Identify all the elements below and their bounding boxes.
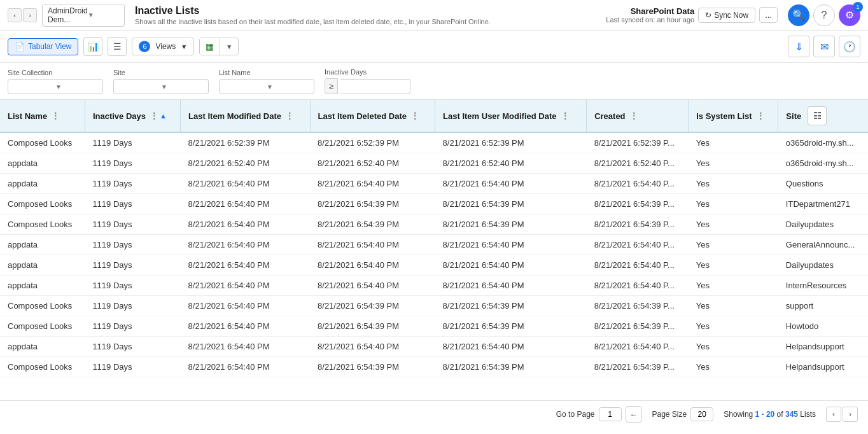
col-settings-icon[interactable]: ☷	[808, 106, 827, 125]
col-inactive-days-label: Inactive Days	[93, 111, 146, 121]
table-row: appdata1119 Days8/21/2021 6:54:40 PM8/21…	[0, 174, 868, 194]
site-collection-arrow: ▼	[55, 83, 97, 90]
site-collection-filter: Site Collection ▼	[8, 69, 103, 94]
col-last-modified-dots[interactable]: ⋮	[285, 111, 294, 121]
search-button[interactable]: 🔍	[788, 4, 809, 26]
table-cell: 8/21/2021 6:54:40 PM	[435, 255, 587, 276]
col-inactive-days-dots[interactable]: ⋮	[150, 111, 158, 121]
page-title-section: Inactive Lists Shows all the inactive li…	[135, 5, 606, 25]
table-cell: Yes	[689, 153, 778, 174]
views-button[interactable]: 6 Views ▼	[132, 38, 194, 55]
nav-back-button[interactable]: ‹	[8, 8, 22, 22]
table-cell: Yes	[689, 235, 778, 255]
table-cell: 8/21/2021 6:54:39 PM	[310, 194, 435, 214]
table-cell: 8/21/2021 6:54:40 PM	[181, 296, 310, 316]
tenant-name: AdminDroid Dem...	[48, 6, 88, 24]
filter-icon-button[interactable]: ▦	[200, 38, 220, 55]
col-is-system-dots[interactable]: ⋮	[756, 111, 765, 121]
col-is-system-menu: Is System List ⋮	[696, 111, 764, 121]
table-cell: Composed Looks	[0, 296, 85, 316]
more-options-button[interactable]: ...	[759, 7, 778, 23]
col-list-name-label: List Name	[8, 111, 47, 121]
table-cell: Helpandsupport	[778, 337, 868, 357]
table-cell: 8/21/2021 6:54:40 PM	[310, 276, 435, 296]
table-cell: InternResources	[778, 276, 868, 296]
notification-button[interactable]: ⚙ 1	[839, 4, 860, 26]
col-site: Site ☷	[778, 100, 868, 132]
page-size-input[interactable]	[690, 407, 713, 421]
views-count-badge: 6	[139, 41, 150, 52]
table-cell: 8/21/2021 6:54:39 PM	[435, 296, 587, 316]
table-cell: appdata	[0, 235, 85, 255]
filter-dropdown-button[interactable]: ▼	[220, 40, 238, 53]
table-cell: Howtodo	[778, 316, 868, 337]
filter-bar: Site Collection ▼ Site ▼ List Name ▼ Ina…	[0, 63, 868, 100]
next-page-button[interactable]: ›	[843, 407, 858, 422]
nav-forward-button[interactable]: ›	[23, 8, 37, 22]
inactive-days-filter: Inactive Days ≥	[325, 68, 420, 94]
site-collection-select[interactable]: ▼	[8, 79, 103, 94]
tabular-view-tab[interactable]: 📄 Tabular View	[8, 38, 78, 55]
table-cell: 8/21/2021 6:54:40 P...	[587, 174, 689, 194]
site-collection-label: Site Collection	[8, 69, 103, 76]
table-row: Composed Looks1119 Days8/21/2021 6:54:40…	[0, 316, 868, 337]
table-cell: Composed Looks	[0, 194, 85, 214]
sync-now-button[interactable]: ↻ Sync Now	[698, 8, 755, 23]
sharepoint-data-title: SharePoint Data	[606, 6, 694, 16]
table-cell: 8/21/2021 6:54:39 P...	[587, 194, 689, 214]
go-to-page-section: Go to Page ←	[556, 406, 642, 423]
last-synced-text: Last synced on: an hour ago	[606, 16, 694, 24]
table-cell: 8/21/2021 6:54:39 P...	[587, 214, 689, 235]
table-cell: 1119 Days	[85, 132, 180, 153]
pager-arrows: ‹ ›	[826, 407, 858, 422]
table-cell: 8/21/2021 6:54:39 P...	[587, 357, 689, 377]
table-cell: 8/21/2021 6:54:40 PM	[435, 337, 587, 357]
table-cell: 1119 Days	[85, 316, 180, 337]
table-cell: 8/21/2021 6:54:40 P...	[587, 235, 689, 255]
email-button[interactable]: ✉	[813, 36, 835, 57]
sync-now-label: Sync Now	[714, 11, 748, 20]
summary-view-button[interactable]: ☰	[108, 37, 127, 56]
page-input[interactable]	[599, 407, 622, 421]
list-name-value	[225, 82, 267, 91]
help-button[interactable]: ?	[813, 4, 835, 26]
list-name-arrow: ▼	[267, 83, 309, 90]
table-cell: Yes	[689, 296, 778, 316]
site-collection-value	[13, 82, 55, 91]
inactive-days-input-group: ≥	[325, 78, 420, 94]
table-cell: 8/21/2021 6:52:39 P...	[587, 132, 689, 153]
table-cell: 8/21/2021 6:52:39 PM	[181, 132, 310, 153]
tabular-view-icon: 📄	[15, 42, 25, 52]
tenant-selector[interactable]: AdminDroid Dem... ▼	[42, 4, 125, 27]
col-list-name-menu: List Name ⋮	[8, 111, 60, 121]
chart-view-button[interactable]: 📊	[83, 37, 102, 56]
table-cell: 8/21/2021 6:54:40 PM	[435, 174, 587, 194]
table-cell: Yes	[689, 214, 778, 235]
page-go-button[interactable]: ←	[626, 406, 642, 423]
page-size-section: Page Size	[652, 407, 714, 421]
col-last-deleted: Last Item Deleted Date ⋮	[310, 100, 435, 132]
table-cell: 8/21/2021 6:52:40 PM	[181, 153, 310, 174]
list-name-select[interactable]: ▼	[219, 79, 314, 94]
col-last-user-modified-dots[interactable]: ⋮	[561, 111, 570, 121]
prev-page-button[interactable]: ‹	[826, 407, 841, 422]
table-cell: 8/21/2021 6:52:39 PM	[435, 132, 587, 153]
col-list-name-dots[interactable]: ⋮	[51, 111, 60, 121]
table-cell: 8/21/2021 6:54:39 PM	[310, 357, 435, 377]
col-last-deleted-dots[interactable]: ⋮	[410, 111, 419, 121]
table-cell: Yes	[689, 132, 778, 153]
site-select[interactable]: ▼	[113, 79, 209, 94]
table-cell: 8/21/2021 6:54:39 P...	[587, 316, 689, 337]
table-cell: 8/21/2021 6:54:40 P...	[587, 276, 689, 296]
table-cell: 1119 Days	[85, 174, 180, 194]
page-title: Inactive Lists	[135, 5, 606, 17]
col-created-dots[interactable]: ⋮	[629, 111, 638, 121]
table-cell: Yes	[689, 337, 778, 357]
table-cell: Composed Looks	[0, 214, 85, 235]
sync-section: SharePoint Data Last synced on: an hour …	[606, 6, 778, 24]
page-subtitle: Shows all the inactive lists based on th…	[135, 18, 606, 25]
table-row: Composed Looks1119 Days8/21/2021 6:54:40…	[0, 357, 868, 377]
inactive-days-input[interactable]	[340, 79, 410, 94]
download-button[interactable]: ⇓	[788, 36, 809, 57]
schedule-button[interactable]: 🕐	[839, 36, 860, 57]
